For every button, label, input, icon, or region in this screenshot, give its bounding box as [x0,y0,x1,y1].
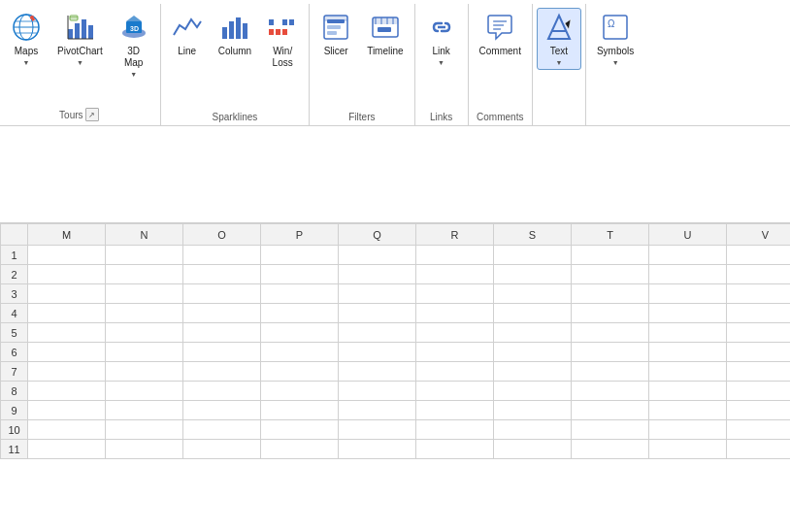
cell-q4[interactable] [339,304,416,323]
cell-u8[interactable] [649,382,727,401]
cell-u4[interactable] [649,304,727,323]
cell-q1[interactable] [339,246,416,265]
cell-t6[interactable] [572,343,649,362]
cell-r8[interactable] [416,382,494,401]
cell-s3[interactable] [494,284,572,304]
cell-p2[interactable] [261,265,339,284]
cell-u7[interactable] [649,362,727,382]
cell-r9[interactable] [416,401,494,420]
cell-p5[interactable] [261,323,339,343]
cell-p9[interactable] [261,401,339,420]
cell-m1[interactable] [28,246,106,265]
cell-o11[interactable] [183,440,261,459]
cell-o8[interactable] [183,382,261,401]
cell-s5[interactable] [494,323,572,343]
cell-t11[interactable] [572,440,649,459]
cell-s7[interactable] [494,362,572,382]
cell-s4[interactable] [494,304,572,323]
cell-o6[interactable] [183,343,261,362]
cell-m3[interactable] [28,284,106,304]
cell-s9[interactable] [494,401,572,420]
cell-v10[interactable] [727,420,791,440]
cell-v9[interactable] [727,401,791,420]
cell-q10[interactable] [339,420,416,440]
cell-u5[interactable] [649,323,727,343]
cell-q3[interactable] [339,284,416,304]
cell-s8[interactable] [494,382,572,401]
cell-t2[interactable] [572,265,649,284]
cell-m9[interactable] [28,401,106,420]
cell-m6[interactable] [28,343,106,362]
cell-m2[interactable] [28,265,106,284]
cell-u2[interactable] [649,265,727,284]
cell-q9[interactable] [339,401,416,420]
cell-p7[interactable] [261,362,339,382]
cell-o5[interactable] [183,323,261,343]
cell-v1[interactable] [727,246,791,265]
cell-v5[interactable] [727,323,791,343]
cell-n6[interactable] [106,343,183,362]
comment-button[interactable]: Comment [473,8,528,61]
cell-v6[interactable] [727,343,791,362]
cell-o2[interactable] [183,265,261,284]
cell-u9[interactable] [649,401,727,420]
cell-v4[interactable] [727,304,791,323]
cell-t10[interactable] [572,420,649,440]
line-button[interactable]: Line [165,8,210,61]
cell-s10[interactable] [494,420,572,440]
cell-p6[interactable] [261,343,339,362]
cell-v11[interactable] [727,440,791,459]
cell-n7[interactable] [106,362,183,382]
cell-r2[interactable] [416,265,494,284]
cell-m11[interactable] [28,440,106,459]
cell-r3[interactable] [416,284,494,304]
3dmap-button[interactable]: 3D 3DMap ▼ [112,8,156,82]
cell-o10[interactable] [183,420,261,440]
cell-q6[interactable] [339,343,416,362]
cell-t5[interactable] [572,323,649,343]
maps-button[interactable]: Maps ▼ [4,8,49,70]
cell-m7[interactable] [28,362,106,382]
cell-o1[interactable] [183,246,261,265]
cell-p10[interactable] [261,420,339,440]
cell-q2[interactable] [339,265,416,284]
cell-n1[interactable] [106,246,183,265]
cell-n9[interactable] [106,401,183,420]
cell-n11[interactable] [106,440,183,459]
cell-o3[interactable] [183,284,261,304]
cell-n5[interactable] [106,323,183,343]
cell-o7[interactable] [183,362,261,382]
cell-p4[interactable] [261,304,339,323]
cell-u3[interactable] [649,284,727,304]
cell-t4[interactable] [572,304,649,323]
cell-r4[interactable] [416,304,494,323]
cell-p8[interactable] [261,382,339,401]
cell-u11[interactable] [649,440,727,459]
cell-p1[interactable] [261,246,339,265]
symbols-button[interactable]: Ω Symbols ▼ [590,8,641,70]
cell-q5[interactable] [339,323,416,343]
cell-v3[interactable] [727,284,791,304]
cell-u1[interactable] [649,246,727,265]
cell-n8[interactable] [106,382,183,401]
cell-n2[interactable] [106,265,183,284]
cell-p11[interactable] [261,440,339,459]
cell-s1[interactable] [494,246,572,265]
cell-t3[interactable] [572,284,649,304]
cell-r1[interactable] [416,246,494,265]
cell-t1[interactable] [572,246,649,265]
pivotchart-button[interactable]: PivotChart ▼ [50,8,110,70]
link-button[interactable]: Link ▼ [419,8,464,70]
cell-v8[interactable] [727,382,791,401]
cell-o4[interactable] [183,304,261,323]
cell-v2[interactable] [727,265,791,284]
cell-r6[interactable] [416,343,494,362]
cell-s11[interactable] [494,440,572,459]
cell-q8[interactable] [339,382,416,401]
cell-r11[interactable] [416,440,494,459]
text-button[interactable]: Text ▼ [537,8,581,70]
slicer-button[interactable]: Slicer [313,8,358,61]
cell-t8[interactable] [572,382,649,401]
column-button[interactable]: Column [212,8,258,61]
cell-n4[interactable] [106,304,183,323]
